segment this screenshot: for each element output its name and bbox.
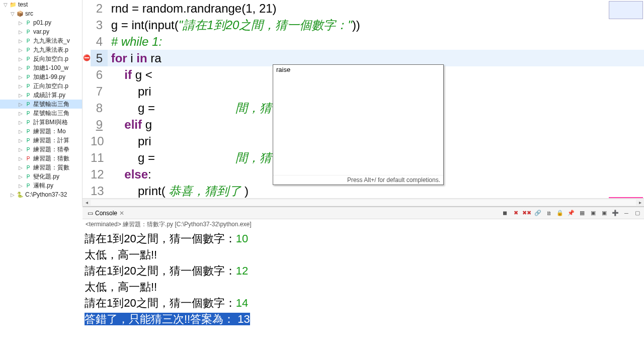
code-text[interactable]: rnd = random.randrange(1, 21) <box>108 0 644 17</box>
python-file-icon <box>24 172 32 180</box>
python-file-icon <box>24 19 32 27</box>
folder-icon <box>9 1 17 9</box>
python-file-icon <box>24 136 32 144</box>
open-console-button[interactable]: ▣ <box>600 209 609 218</box>
tree-label: 練習題：Mo <box>33 127 66 136</box>
scroll-left-button[interactable]: ◂ <box>83 200 91 205</box>
gutter-marker <box>83 183 91 198</box>
scroll-lock-button[interactable]: 🔒 <box>555 209 565 218</box>
terminate-button[interactable]: ◼ <box>500 209 509 218</box>
tree-label: 練習題：猜拳 <box>33 145 69 154</box>
maximize-icon[interactable]: ▢ <box>633 209 642 218</box>
code-line[interactable]: 4 # while 1: <box>83 33 644 50</box>
console-line[interactable]: 太低，高一點!! <box>85 279 642 295</box>
console-output[interactable]: 請在1到20之間，猜一個數字：10太低，高一點!!請在1到20之間，猜一個數字：… <box>83 230 644 362</box>
tree-label: 加總1-100_w <box>33 64 68 72</box>
autocomplete-item[interactable]: raise <box>273 65 443 74</box>
console-line[interactable]: 請在1到20之間，猜一個數字：14 <box>85 295 642 311</box>
console-line[interactable]: 太低，高一點!! <box>85 247 642 263</box>
console-tab-label: Console <box>95 210 117 217</box>
line-number: 11 <box>91 149 108 166</box>
python-file-icon <box>24 55 32 63</box>
link-button[interactable]: 🔗 <box>533 209 542 218</box>
python-icon <box>16 191 24 199</box>
tree-file[interactable]: ▷正向加空白.p <box>0 81 82 90</box>
tree-file[interactable]: ▷星號輸出三角 <box>0 109 82 118</box>
close-icon[interactable]: ✕ <box>119 210 124 217</box>
tree-file[interactable]: ▷練習題：質數 <box>0 163 82 172</box>
tree-file[interactable]: ▷var.py <box>0 27 82 36</box>
gutter-marker <box>83 100 91 116</box>
console-toolbar: ◼ ✖ ✖✖ 🔗 🗎 🔒 📌 ▦ ▣ ▣ ➕ ─ ▢ <box>500 209 642 218</box>
tree-file[interactable]: ▷加總1-100_w <box>0 63 82 72</box>
remove-all-button[interactable]: ✖✖ <box>522 209 531 218</box>
tree-file[interactable]: ▷邏輯.py <box>0 181 82 190</box>
tree-file[interactable]: ▷加總1-99.py <box>0 72 82 81</box>
display-selected-button[interactable]: ▦ <box>578 209 587 218</box>
tree-file[interactable]: ▷練習題：猜數 <box>0 154 82 163</box>
console-tab[interactable]: ▭ Console ✕ <box>85 209 127 218</box>
overview-ruler-error-mark[interactable] <box>609 197 643 198</box>
tree-label: 練習題：質數 <box>33 163 69 172</box>
tree-file[interactable]: ▷練習題：猜拳 <box>0 145 82 154</box>
line-number: 9 <box>91 116 108 133</box>
package-icon <box>16 10 24 18</box>
console-status: <terminated> 練習題：猜數字.py [C:\Python37-32\… <box>83 219 644 230</box>
tree-src-folder[interactable]: ▽ src <box>0 9 82 18</box>
gutter-marker <box>83 116 91 133</box>
tree-label: 練習題：猜數 <box>33 154 69 163</box>
tree-label: 星號輸出三角 <box>33 109 69 118</box>
line-number: 6 <box>91 66 108 83</box>
tree-label: 變化題.py <box>33 172 59 181</box>
tree-file[interactable]: ▷p01.py <box>0 18 82 27</box>
tree-file[interactable]: ▷練習題：計算 <box>0 136 82 145</box>
code-line[interactable]: 2 rnd = random.randrange(1, 21) <box>83 0 644 17</box>
tree-label: 星號輸出三角 <box>33 100 69 109</box>
gutter-marker <box>83 83 91 100</box>
tree-file[interactable]: ▷反向加空白.p <box>0 54 82 63</box>
code-text[interactable]: g = int(input("請在1到20之間，猜一個數字：")) <box>108 17 644 33</box>
console-line[interactable]: 答錯了，只能猜三次!!答案為： 13 <box>85 311 642 327</box>
tree-file[interactable]: ▷星號輸出三角 <box>0 100 82 109</box>
line-number: 8 <box>91 100 108 116</box>
python-file-icon <box>24 145 32 153</box>
tree-file[interactable]: ▷練習題：Mo <box>0 127 82 136</box>
console-panel: ▭ Console ✕ ◼ ✖ ✖✖ 🔗 🗎 🔒 📌 ▦ ▣ ▣ ➕ ─ ▢ <… <box>83 206 644 362</box>
gutter-marker <box>83 133 91 149</box>
autocomplete-popup[interactable]: raise Press Alt+/ for default completion… <box>273 64 444 185</box>
python-file-icon <box>24 100 32 108</box>
editor-horizontal-scrollbar[interactable]: ◂ ▸ <box>83 198 644 206</box>
line-number: 2 <box>91 0 108 17</box>
tree-project-root[interactable]: ▽ test <box>0 0 82 9</box>
tree-file[interactable]: ▷九九乘法表_v <box>0 36 82 45</box>
clear-console-button[interactable]: 🗎 <box>544 209 553 218</box>
line-number: 5 <box>91 50 108 66</box>
tree-file[interactable]: ▷成績計算.py <box>0 90 82 100</box>
tree-file[interactable]: ▷變化題.py <box>0 172 82 181</box>
minimize-icon[interactable]: ─ <box>622 209 631 218</box>
python-file-icon <box>24 109 32 117</box>
code-text[interactable]: # while 1: <box>108 33 644 50</box>
tree-label: 九九乘法表.p <box>33 46 68 54</box>
overview-ruler[interactable] <box>609 1 643 19</box>
new-console-button[interactable]: ➕ <box>611 209 620 218</box>
python-file-icon <box>24 127 32 135</box>
console-line[interactable]: 請在1到20之間，猜一個數字：12 <box>85 263 642 279</box>
python-file-icon <box>24 82 32 90</box>
code-line[interactable]: 3 g = int(input("請在1到20之間，猜一個數字：")) <box>83 17 644 33</box>
console-line[interactable]: 請在1到20之間，猜一個數字：10 <box>85 231 642 247</box>
project-explorer[interactable]: ▽ test ▽ src ▷p01.py▷var.py▷九九乘法表_v▷九九乘法… <box>0 0 83 206</box>
python-file-icon <box>24 118 32 126</box>
code-editor[interactable]: 2 rnd = random.randrange(1, 21)3 g = int… <box>83 0 644 206</box>
python-file-icon <box>24 163 32 171</box>
gutter-marker <box>83 33 91 50</box>
line-number: 12 <box>91 166 108 183</box>
tree-file[interactable]: ▷九九乘法表.p <box>0 45 82 54</box>
tree-file[interactable]: ▷計算BMI與格 <box>0 118 82 127</box>
tree-python-env[interactable]: ▷ C:\Python37-32 <box>0 190 82 199</box>
show-console-button[interactable]: ▣ <box>589 209 598 218</box>
pin-console-button[interactable]: 📌 <box>567 209 576 218</box>
remove-launch-button[interactable]: ✖ <box>511 209 520 218</box>
scroll-right-button[interactable]: ▸ <box>636 200 644 205</box>
tree-label: 九九乘法表_v <box>33 37 70 45</box>
